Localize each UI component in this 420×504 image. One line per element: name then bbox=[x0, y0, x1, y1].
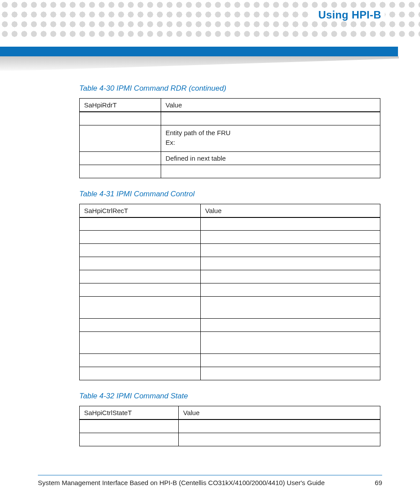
cell bbox=[201, 367, 380, 380]
cell bbox=[80, 231, 201, 244]
cell bbox=[80, 244, 201, 257]
cell bbox=[201, 319, 380, 332]
table-431-caption: Table 4-31 IPMI Command Control bbox=[79, 190, 380, 199]
table-430-caption: Table 4-30 IPMI Command RDR (continued) bbox=[79, 84, 380, 93]
cell bbox=[80, 283, 201, 297]
cell: Defined in next table bbox=[161, 151, 380, 165]
col-header: Value bbox=[179, 406, 380, 420]
table-row bbox=[80, 297, 380, 319]
table-row: Entity path of the FRUEx: bbox=[80, 125, 380, 151]
table-row bbox=[80, 270, 380, 283]
cell bbox=[201, 244, 380, 257]
cell bbox=[201, 217, 380, 231]
cell bbox=[201, 354, 380, 367]
cell bbox=[80, 257, 201, 270]
footer: System Management Interface Based on HPI… bbox=[38, 475, 382, 486]
cell bbox=[80, 319, 201, 332]
table-row bbox=[80, 217, 380, 231]
page-title: Using HPI-B bbox=[310, 9, 385, 21]
table-431: SaHpiCtrlRecT Value bbox=[79, 204, 380, 381]
footer-text: System Management Interface Based on HPI… bbox=[38, 479, 325, 486]
cell bbox=[80, 297, 201, 319]
table-432: SaHpiCtrlStateT Value bbox=[79, 406, 380, 446]
table-row bbox=[80, 283, 380, 297]
table-row bbox=[80, 244, 380, 257]
cell bbox=[201, 297, 380, 319]
cell bbox=[80, 217, 201, 231]
table-row bbox=[80, 257, 380, 270]
table-row bbox=[80, 231, 380, 244]
cell bbox=[80, 433, 179, 446]
cell bbox=[201, 283, 380, 297]
col-header: Value bbox=[161, 99, 380, 112]
col-header: SaHpiCtrlStateT bbox=[80, 406, 179, 420]
cell bbox=[179, 433, 380, 446]
cell bbox=[201, 332, 380, 354]
cell bbox=[201, 231, 380, 244]
cell bbox=[80, 125, 161, 151]
cell bbox=[161, 112, 380, 125]
cell bbox=[201, 257, 380, 270]
page: Using HPI-B Table 4-30 IPMI Command RDR … bbox=[0, 0, 420, 504]
cell bbox=[80, 270, 201, 283]
cell bbox=[80, 332, 201, 354]
table-430: SaHpiRdrT Value Entity path of the FRUEx… bbox=[79, 98, 380, 178]
table-row bbox=[80, 112, 380, 125]
cell: Entity path of the FRUEx: bbox=[161, 125, 380, 151]
table-row bbox=[80, 367, 380, 380]
page-number: 69 bbox=[375, 479, 382, 486]
table-row bbox=[80, 433, 380, 446]
cell bbox=[80, 354, 201, 367]
cell bbox=[179, 419, 380, 433]
header-bar bbox=[0, 47, 398, 56]
cell bbox=[201, 270, 380, 283]
table-row bbox=[80, 354, 380, 367]
table-row bbox=[80, 332, 380, 354]
cell bbox=[80, 367, 201, 380]
content: Table 4-30 IPMI Command RDR (continued) … bbox=[79, 81, 380, 446]
col-header: Value bbox=[201, 204, 380, 217]
table-row bbox=[80, 419, 380, 433]
table-432-caption: Table 4-32 IPMI Command State bbox=[79, 392, 380, 401]
header-wedge bbox=[0, 56, 399, 71]
table-row bbox=[80, 165, 380, 178]
cell bbox=[161, 165, 380, 178]
cell bbox=[80, 419, 179, 433]
table-row: Defined in next table bbox=[80, 151, 380, 165]
cell bbox=[80, 165, 161, 178]
col-header: SaHpiCtrlRecT bbox=[80, 204, 201, 217]
table-row bbox=[80, 319, 380, 332]
col-header: SaHpiRdrT bbox=[80, 99, 161, 112]
cell bbox=[80, 151, 161, 165]
cell bbox=[80, 112, 161, 125]
